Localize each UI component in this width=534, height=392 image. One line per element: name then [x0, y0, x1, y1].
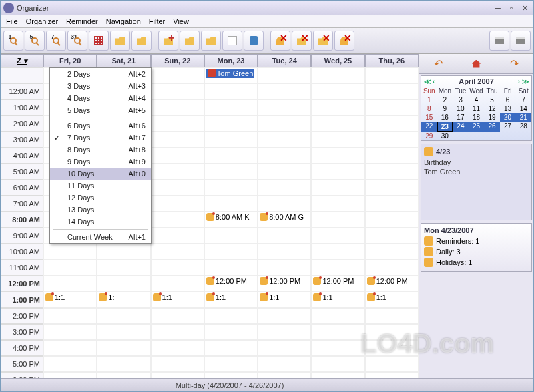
day-cell[interactable] [365, 180, 419, 196]
day-cell[interactable] [311, 196, 364, 212]
day-cell[interactable] [204, 116, 258, 132]
mini-cal-day[interactable]: 5 [484, 95, 500, 104]
day-cell[interactable] [204, 180, 258, 196]
dropdown-item[interactable]: 13 Days [50, 204, 151, 216]
menu-filter[interactable]: Filter [149, 17, 165, 25]
day-cell[interactable] [204, 83, 258, 100]
day-cell[interactable] [365, 244, 419, 260]
day-cell[interactable] [151, 276, 204, 292]
dropdown-item[interactable]: 9 DaysAlt+9 [50, 156, 151, 168]
menu-organizer[interactable]: Organizer [26, 17, 58, 25]
day-cell[interactable] [311, 372, 364, 378]
view-7-button[interactable]: 7 [46, 31, 66, 51]
day-cell[interactable] [151, 340, 204, 356]
day-cell[interactable] [204, 340, 258, 356]
mini-cal-day[interactable]: 10 [453, 104, 469, 113]
day-cell[interactable] [151, 228, 204, 244]
summary-item[interactable]: Daily: 3 [424, 247, 529, 256]
day-cell[interactable] [365, 83, 419, 100]
day-cell[interactable] [151, 83, 204, 100]
dropdown-item[interactable]: 11 Days [50, 180, 151, 192]
summary-item[interactable]: Reminders: 1 [424, 236, 529, 246]
menu-view[interactable]: View [173, 17, 189, 25]
day-cell[interactable] [311, 308, 364, 324]
dropdown-item[interactable]: Current WeekAlt+1 [50, 231, 151, 243]
day-cell[interactable] [97, 276, 150, 292]
day-cell[interactable] [258, 260, 311, 276]
calendar-event[interactable]: 1:1 [206, 293, 226, 301]
dropdown-item[interactable]: 3 DaysAlt+3 [50, 80, 151, 92]
day-cell[interactable] [365, 228, 419, 244]
day-cell[interactable] [204, 164, 258, 180]
minimize-button[interactable]: ─ [492, 3, 504, 13]
mini-cal-day[interactable]: 21 [515, 113, 531, 122]
day-cell[interactable] [258, 67, 311, 83]
day-cell[interactable] [151, 164, 204, 180]
day-cell[interactable] [43, 372, 97, 378]
day-cell[interactable] [311, 116, 364, 132]
dropdown-item[interactable]: 12 Days [50, 192, 151, 204]
mini-cal-day[interactable]: 27 [500, 122, 516, 132]
mark-folder-button[interactable] [201, 31, 221, 51]
day-cell[interactable]: 1:1 [365, 292, 419, 308]
day-cell[interactable] [258, 148, 311, 164]
titlebar[interactable]: Organizer ─ ▫ ✕ [1, 1, 533, 15]
day-cell[interactable] [311, 340, 364, 356]
calendar-event[interactable]: 8:00 AM K [206, 213, 250, 221]
calendar-event[interactable]: 1: [99, 293, 114, 301]
day-cell[interactable] [365, 196, 419, 212]
day-cell[interactable] [151, 244, 204, 260]
calendar-event[interactable]: 1:1 [260, 293, 279, 301]
day-cell[interactable] [204, 228, 258, 244]
day-cell[interactable] [365, 100, 419, 116]
day-cell[interactable] [204, 356, 258, 372]
mini-cal-day[interactable]: 16 [437, 113, 453, 122]
dropdown-item[interactable]: 6 DaysAlt+6 [50, 120, 151, 132]
delete-folder-button[interactable]: ✕ [292, 31, 312, 51]
mini-cal-day[interactable]: 8 [421, 104, 437, 113]
zoom-button[interactable]: Z ▾ [1, 54, 43, 67]
day-cell[interactable] [151, 260, 204, 276]
prev-year-button[interactable]: ≪ [424, 78, 431, 85]
mini-cal-day[interactable] [500, 132, 516, 140]
day-cell[interactable] [365, 148, 419, 164]
calendar-event[interactable]: 8:00 AM G [260, 213, 304, 221]
dropdown-item[interactable]: 10 DaysAlt+0 [50, 168, 151, 180]
menu-reminder[interactable]: Reminder [66, 17, 98, 25]
dropdown-item[interactable]: 14 Days [50, 216, 151, 228]
calendar-event[interactable]: 12:00 PM [313, 277, 354, 285]
mini-cal-day[interactable]: 3 [453, 95, 469, 104]
calendar-event[interactable]: 1:1 [153, 293, 172, 301]
mini-cal-day[interactable]: 14 [515, 104, 531, 113]
mini-cal-day[interactable]: 7 [515, 95, 531, 104]
mini-cal-day[interactable] [469, 132, 485, 140]
view-1-button[interactable]: 1 [3, 31, 23, 51]
day-cell[interactable]: 1: [97, 292, 150, 308]
dropdown-item[interactable]: 7 DaysAlt+7 [50, 132, 151, 144]
menu-navigation[interactable]: Navigation [106, 17, 141, 25]
day-cell[interactable] [365, 324, 419, 340]
mini-cal-day[interactable]: 28 [515, 122, 531, 132]
day-cell[interactable] [204, 100, 258, 116]
day-cell[interactable]: 1:1 [204, 292, 258, 308]
summary-item[interactable]: Holidays: 1 [424, 258, 529, 267]
day-cell[interactable] [97, 308, 150, 324]
day-cell[interactable] [43, 324, 97, 340]
day-cell[interactable] [365, 132, 419, 148]
day-cell[interactable] [151, 212, 204, 228]
day-cell[interactable] [43, 356, 97, 372]
day-cell[interactable] [311, 67, 364, 83]
mini-cal-day[interactable]: 12 [484, 104, 500, 113]
day-cell[interactable] [43, 340, 97, 356]
day-cell[interactable] [43, 276, 97, 292]
day-cell[interactable]: 8:00 AM K [204, 212, 258, 228]
day-cell[interactable] [204, 324, 258, 340]
mini-cal-day[interactable]: 19 [484, 113, 500, 122]
day-cell[interactable]: Tom Green [204, 67, 258, 83]
maximize-button[interactable]: ▫ [505, 3, 517, 13]
mini-cal-day[interactable]: 22 [421, 122, 437, 132]
mini-cal-day[interactable]: 13 [500, 104, 516, 113]
day-cell[interactable] [311, 148, 364, 164]
day-cell[interactable] [258, 100, 311, 116]
day-cell[interactable] [204, 132, 258, 148]
